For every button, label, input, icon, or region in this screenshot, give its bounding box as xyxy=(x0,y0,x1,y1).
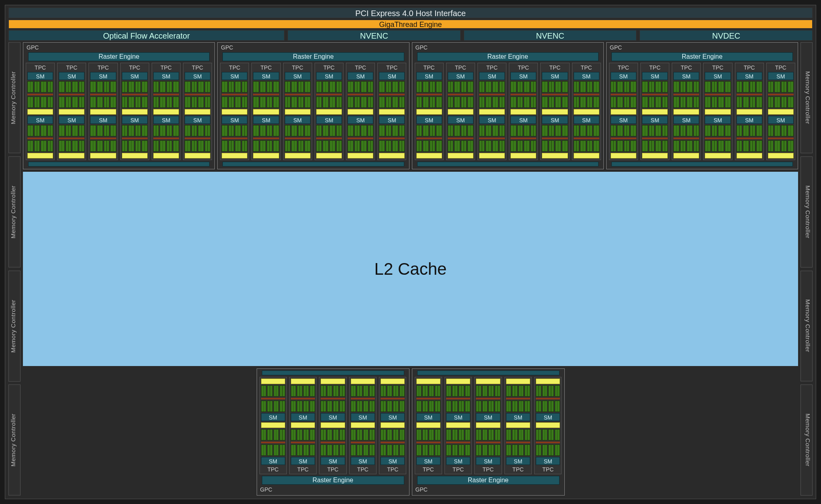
sm-cuda-cores xyxy=(446,429,470,440)
sm-rt-core xyxy=(673,109,699,115)
tpc-label: TPC xyxy=(479,64,505,71)
sm-cuda-cores xyxy=(316,81,342,93)
sm-rt-core xyxy=(316,153,342,158)
sm-tensor-core-strip xyxy=(348,138,373,139)
sm-cuda-cores xyxy=(222,140,247,152)
sm-tensor-core-strip xyxy=(506,398,530,399)
sm-cuda-cores xyxy=(27,81,53,93)
sm-label: SM xyxy=(574,72,599,80)
tpc-block: TPCSMSM xyxy=(446,63,475,160)
gpu-chip-diagram: PCI Express 4.0 Host Interface GigaThrea… xyxy=(5,5,816,499)
sm-label: SM xyxy=(59,72,84,80)
sm-cuda-cores xyxy=(153,125,179,136)
sm-label: SM xyxy=(185,116,210,124)
sm-cuda-cores xyxy=(59,125,84,136)
sm-tensor-core-strip xyxy=(285,138,311,139)
memory-controllers-right: Memory Controller Memory Controller Memo… xyxy=(800,42,813,496)
sm-rt-core xyxy=(316,109,342,115)
tpc-label: TPC xyxy=(348,64,373,71)
sm-cuda-cores xyxy=(381,401,405,412)
sm-label: SM xyxy=(642,72,668,80)
sm-tensor-core-strip xyxy=(536,398,560,399)
sm-cuda-cores xyxy=(59,97,84,108)
pcie-interface-bar: PCI Express 4.0 Host Interface xyxy=(8,8,813,18)
sm-rt-core xyxy=(153,153,179,158)
sm-cuda-cores xyxy=(90,97,116,108)
sm-cuda-cores xyxy=(542,140,568,152)
sm-tensor-core-strip xyxy=(510,94,536,95)
sm-cuda-cores xyxy=(222,81,247,93)
chip-mid-section: Memory Controller Memory Controller Memo… xyxy=(8,42,813,496)
tpc-label: TPC xyxy=(446,466,470,473)
sm-cuda-cores xyxy=(479,125,505,136)
tpc-block: TPCSMSM xyxy=(283,63,312,160)
sm-cuda-cores xyxy=(285,125,311,136)
sm-rt-core xyxy=(416,379,440,384)
sm-rt-core xyxy=(448,109,473,115)
sm-cuda-cores xyxy=(705,125,730,136)
sm-tensor-core-strip xyxy=(416,442,440,443)
sm-tensor-core-strip xyxy=(381,398,405,399)
gpc-block: SMSMTPCSMSMTPCSMSMTPCSMSMTPCSMSMTPCRaste… xyxy=(412,368,565,496)
gpc-row-top: GPCRaster EngineTPCSMSMTPCSMSMTPCSMSMTPC… xyxy=(23,42,798,169)
sm-label: SM xyxy=(506,413,530,421)
memory-controller: Memory Controller xyxy=(8,42,21,153)
sm-cuda-cores xyxy=(611,140,636,152)
sm-label: SM xyxy=(222,72,247,80)
tpc-block: TPCSMSM xyxy=(377,63,406,160)
sm-rt-core xyxy=(185,153,210,158)
sm-cuda-cores xyxy=(27,97,53,108)
sm-cuda-cores xyxy=(611,125,636,136)
sm-tensor-core-strip xyxy=(479,94,505,95)
sm-label: SM xyxy=(542,72,568,80)
sm-rt-core xyxy=(479,153,505,158)
tpc-block: SMSMTPC xyxy=(349,377,377,474)
sm-tensor-core-strip xyxy=(506,442,530,443)
sm-rt-core xyxy=(379,109,405,115)
sm-cuda-cores xyxy=(536,444,560,456)
sm-cuda-cores xyxy=(285,97,311,108)
tpc-block: TPCSMSM xyxy=(315,63,344,160)
tpc-label: TPC xyxy=(506,466,530,473)
nvenc-block-1: NVENC xyxy=(288,30,461,41)
sm-cuda-cores xyxy=(351,429,375,440)
sm-label: SM xyxy=(611,116,636,124)
sm-label: SM xyxy=(574,116,599,124)
sm-tensor-core-strip xyxy=(185,94,210,95)
tpc-block: TPCSMSM xyxy=(415,63,444,160)
sm-tensor-core-strip xyxy=(510,138,536,139)
sm-cuda-cores xyxy=(351,401,375,412)
sm-label: SM xyxy=(379,116,405,124)
sm-tensor-core-strip xyxy=(705,94,730,95)
sm-rt-core xyxy=(768,109,794,115)
sm-rt-core xyxy=(261,379,285,384)
tpc-label: TPC xyxy=(90,64,116,71)
sm-rt-core xyxy=(285,109,311,115)
sm-rt-core xyxy=(90,153,116,158)
sm-label: SM xyxy=(122,116,148,124)
sm-tensor-core-strip xyxy=(90,94,116,95)
gpc-label: GPC xyxy=(27,44,212,51)
tpc-label: TPC xyxy=(448,64,473,71)
gpc-row-bottom: SMSMTPCSMSMTPCSMSMTPCSMSMTPCSMSMTPCRaste… xyxy=(23,368,798,496)
tpc-label: TPC xyxy=(153,64,179,71)
sm-label: SM xyxy=(768,116,794,124)
sm-rt-core xyxy=(737,109,762,115)
sm-cuda-cores xyxy=(122,125,148,136)
memory-controller: Memory Controller xyxy=(8,385,21,496)
tpc-block: TPCSMSM xyxy=(572,63,601,160)
sm-tensor-core-strip xyxy=(185,138,210,139)
tpc-label: TPC xyxy=(574,64,599,71)
sm-rt-core xyxy=(768,153,794,158)
sm-cuda-cores xyxy=(351,444,375,456)
sm-label: SM xyxy=(506,457,530,465)
sm-label: SM xyxy=(536,413,560,421)
sm-cuda-cores xyxy=(285,140,311,152)
sm-tensor-core-strip xyxy=(673,94,699,95)
tpc-label: TPC xyxy=(416,64,442,71)
sm-cuda-cores xyxy=(506,401,530,412)
sm-rt-core xyxy=(542,109,568,115)
sm-cuda-cores xyxy=(416,401,440,412)
sm-tensor-core-strip xyxy=(448,94,473,95)
sm-cuda-cores xyxy=(768,97,794,108)
